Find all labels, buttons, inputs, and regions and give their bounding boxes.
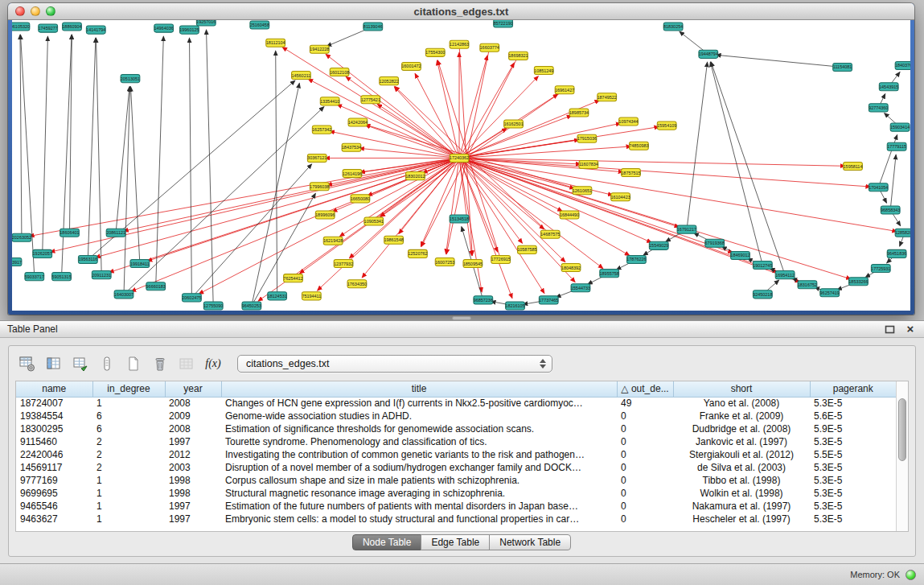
edit-table-button[interactable] [68, 352, 92, 375]
import-table-button[interactable] [175, 352, 199, 375]
graph-node[interactable]: 81139046 [363, 23, 383, 31]
column-header-short[interactable]: short [673, 381, 810, 397]
graph-node[interactable]: 81830254 [663, 23, 683, 31]
network-view[interactable]: 1724036212142863166037741869832110851249… [12, 20, 910, 311]
graph-node[interactable]: 96857236 [474, 296, 493, 304]
graph-node[interactable]: 18698321 [508, 51, 528, 60]
tab-node-table[interactable]: Node Table [352, 534, 422, 550]
graph-node[interactable]: 12775421 [361, 96, 380, 104]
graph-node[interactable]: 16007253 [435, 257, 454, 266]
graph-node[interactable]: 16403007 [114, 290, 133, 299]
graph-node[interactable]: 18316752 [798, 281, 817, 289]
graph-node[interactable]: 15954109 [657, 122, 676, 130]
close-window-button[interactable] [15, 6, 25, 16]
graph-node[interactable]: 59033717 [25, 273, 44, 281]
graph-node[interactable]: 20263052 [12, 233, 31, 241]
graph-node[interactable]: 16954112 [775, 271, 795, 279]
new-document-button[interactable] [121, 352, 146, 375]
graph-node[interactable]: 16257342 [312, 126, 331, 134]
graph-node[interactable]: 76254412 [283, 274, 302, 282]
graph-node[interactable]: 18469012 [730, 251, 749, 259]
minimize-window-button[interactable] [31, 6, 40, 16]
table-row[interactable]: 946362711997Embryonic stem cells: a mode… [16, 513, 896, 525]
select-columns-button[interactable] [42, 352, 66, 375]
graph-node[interactable]: 16791217 [677, 225, 696, 233]
graph-node[interactable]: 17915036 [577, 134, 597, 142]
graph-node[interactable]: 92450218 [753, 290, 772, 299]
graph-node[interactable]: 18437534 [342, 143, 361, 151]
graph-node[interactable]: 18124531 [267, 292, 286, 300]
graph-node[interactable]: 13354410 [320, 97, 339, 105]
graph-node[interactable]: 11154081 [833, 63, 852, 71]
graph-node[interactable]: 17726915 [491, 255, 511, 263]
column-header-year[interactable]: year [165, 381, 221, 397]
graph-node[interactable]: 96105320 [12, 23, 30, 31]
graph-node[interactable]: 14964036 [154, 24, 174, 32]
graph-node[interactable]: 20911231 [92, 271, 111, 279]
table-row[interactable]: 969969511998Structural magnetic resonanc… [16, 487, 896, 500]
graph-node[interactable]: 18955758 [600, 270, 619, 278]
graph-node[interactable]: 17779115 [887, 142, 906, 150]
column-header-in_degree[interactable]: in_degree [92, 381, 165, 397]
graph-node[interactable]: 20513051 [121, 75, 140, 83]
table-settings-button[interactable] [15, 352, 39, 375]
graph-node[interactable]: 19861548 [384, 236, 403, 244]
graph-node[interactable]: 19918411 [130, 259, 150, 267]
graph-node[interactable]: 18749522 [598, 93, 617, 101]
function-builder-button[interactable]: f(x) [201, 352, 225, 375]
graph-node[interactable]: 12052822 [379, 77, 398, 85]
table-row[interactable]: 1872400712008Changes of HCN gene express… [16, 397, 896, 410]
table-row[interactable]: 977716911998Corpus callosum shape and si… [16, 474, 896, 487]
graph-node[interactable]: 19262057 [33, 249, 52, 257]
tab-edge-table[interactable]: Edge Table [421, 534, 490, 550]
graph-node[interactable]: 17459277 [39, 24, 58, 32]
graph-node[interactable]: 14687575 [540, 230, 560, 238]
graph-node[interactable]: 15134518 [450, 215, 469, 223]
scrollbar-thumb[interactable] [898, 398, 906, 461]
graph-node[interactable]: 67919368 [705, 239, 725, 247]
graph-node[interactable]: 15544733 [571, 284, 590, 292]
graph-node[interactable]: 19960125 [179, 26, 199, 34]
graph-node[interactable]: 18860904 [62, 23, 81, 31]
graph-node[interactable]: 96451836 [887, 249, 906, 257]
graph-node[interactable]: 11607834 [579, 160, 598, 168]
column-header-pagerank[interactable]: pagerank [810, 381, 896, 397]
delete-table-button[interactable] [148, 352, 172, 375]
graph-node[interactable]: 18048392 [561, 264, 581, 272]
graph-node[interactable]: 16104423 [610, 193, 630, 201]
graph-node[interactable]: 75194411 [302, 292, 321, 300]
graph-node[interactable]: 14242064 [348, 118, 368, 126]
column-header-out_degree[interactable]: △ out_de... [617, 381, 673, 397]
graph-node[interactable]: 18606401 [60, 229, 79, 237]
window-titlebar[interactable]: citations_edges.txt [8, 3, 914, 20]
graph-node[interactable]: 18985734 [569, 109, 589, 117]
graph-node[interactable]: 10905341 [364, 217, 384, 225]
graph-node[interactable]: 16162501 [503, 120, 523, 128]
graph-node[interactable]: 74850983 [629, 142, 648, 150]
graph-node[interactable]: 12377932 [334, 259, 353, 267]
network-canvas[interactable]: 1724036212142863166037741869832110851249… [12, 20, 910, 311]
graph-node[interactable]: 12858205 [895, 229, 910, 237]
table-row[interactable]: 1830029562008Estimation of significance … [16, 422, 896, 435]
graph-node[interactable]: 96450253 [242, 302, 261, 310]
graph-node[interactable]: 18533266 [848, 278, 868, 286]
graph-node[interactable]: 30367121 [307, 154, 326, 162]
graph-node[interactable]: 20602475 [182, 294, 201, 302]
graph-node[interactable]: 25160458 [250, 21, 269, 29]
table-row[interactable]: 911546021997Tourette syndrome. Phenomeno… [16, 435, 896, 448]
graph-node[interactable]: 17876226 [626, 255, 646, 263]
graph-node[interactable]: 18112104 [266, 39, 285, 47]
graph-node[interactable]: 19563116 [78, 255, 97, 263]
graph-node[interactable]: 19448794 [699, 50, 718, 58]
graph-node[interactable]: 90203917 [12, 257, 22, 266]
graph-node[interactable]: 16844490 [560, 211, 579, 219]
graph-node[interactable]: 17737465 [539, 296, 558, 304]
graph-node[interactable]: 10974344 [618, 117, 638, 126]
graph-node[interactable]: 16001472 [401, 62, 421, 70]
graph-node[interactable]: 17554300 [425, 48, 445, 56]
row-options-button[interactable] [95, 352, 119, 375]
graph-node[interactable]: 19412228 [310, 45, 329, 53]
graph-node[interactable]: 17240362 [450, 154, 469, 162]
graph-node[interactable]: 16012108 [330, 68, 349, 76]
graph-node[interactable]: 16961427 [555, 86, 574, 94]
